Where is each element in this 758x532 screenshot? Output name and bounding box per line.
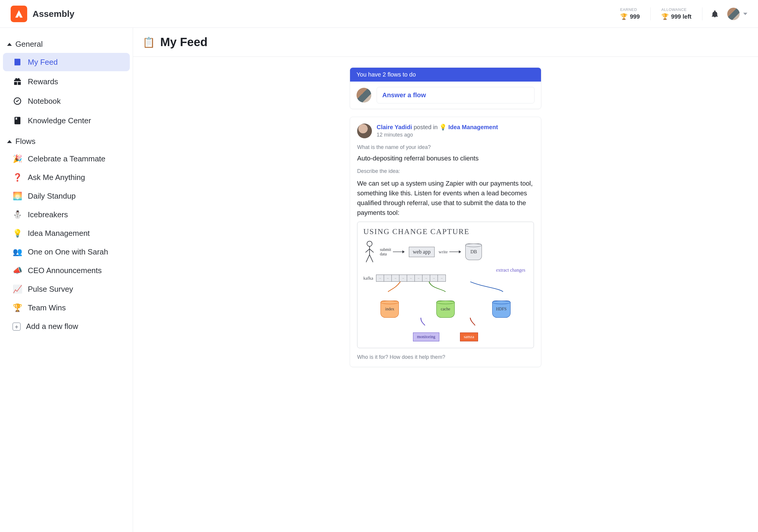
sidebar-item-notebook[interactable]: Notebook	[3, 92, 130, 110]
brand-name: Assembly	[33, 9, 75, 19]
sidebar: General My Feed Rewards Notebook Knowled	[0, 28, 133, 532]
diagram-node-samza: samza	[460, 333, 478, 341]
diagram-kafka-partitions: ~~~~~~~~~	[376, 275, 446, 282]
section-label: General	[16, 40, 43, 49]
notifications-button[interactable]	[711, 10, 719, 18]
topbar: Assembly EARNED 🏆 999 ALLOWANCE 🏆 999 le…	[0, 0, 758, 28]
flow-label: Daily Standup	[28, 191, 76, 201]
chevron-up-icon	[7, 43, 12, 46]
sidebar-flow-standup[interactable]: 🌅 Daily Standup	[3, 187, 130, 205]
svg-line-5	[369, 255, 373, 262]
sidebar-section-flows[interactable]: Flows	[0, 134, 133, 149]
diagram-label: extract changes	[363, 267, 525, 273]
flow-label: One on One with Sarah	[28, 248, 108, 256]
arrow-icon	[393, 250, 405, 254]
arrows-icon	[363, 318, 528, 326]
nav-label: My Feed	[28, 58, 58, 67]
page-title: My Feed	[160, 35, 208, 49]
flow-label: Idea Management	[28, 229, 90, 238]
sidebar-flow-team-wins[interactable]: 🏆 Team Wins	[3, 299, 130, 316]
flow-label: Ask Me Anything	[28, 173, 85, 182]
sidebar-section-general[interactable]: General	[0, 37, 133, 52]
sidebar-flow-pulse-survey[interactable]: 📈 Pulse Survey	[3, 281, 130, 298]
diagram-node-index: index	[380, 301, 399, 318]
brand: Assembly	[11, 6, 75, 22]
snowman-icon: ⛄	[13, 210, 22, 219]
diagram-label: write	[439, 249, 448, 254]
party-icon: 🎉	[13, 154, 22, 163]
sidebar-flow-one-on-one[interactable]: 👥 One on One with Sarah	[3, 243, 130, 261]
brand-logo-icon	[11, 6, 27, 22]
timestamp: 12 minutes ago	[377, 132, 498, 138]
flow-label: Icebreakers	[28, 210, 68, 219]
stick-figure-icon	[363, 240, 376, 263]
arrow-icon	[449, 250, 461, 254]
svg-line-2	[365, 249, 369, 252]
chevron-down-icon	[743, 13, 747, 15]
megaphone-icon: 📣	[13, 266, 22, 275]
page-header: 📋 My Feed	[133, 28, 758, 57]
bulb-icon: 💡	[13, 229, 22, 238]
flow-label: Pulse Survey	[28, 284, 73, 294]
svg-marker-9	[459, 250, 461, 253]
avatar	[727, 8, 740, 20]
svg-marker-7	[402, 250, 405, 253]
answer-flow-button[interactable]: Answer a flow	[377, 87, 534, 103]
chart-icon: 📈	[13, 284, 22, 294]
allowance-value: 999 left	[671, 13, 692, 20]
flow-label: CEO Announcements	[28, 266, 102, 275]
diagram-node-cache: cache	[436, 301, 455, 318]
sidebar-item-my-feed[interactable]: My Feed	[3, 53, 130, 71]
sidebar-flow-icebreakers[interactable]: ⛄ Icebreakers	[3, 206, 130, 223]
diagram-title: USING CHANGE CAPTURE	[363, 227, 528, 236]
embedded-diagram: USING CHANGE CAPTURE submit	[357, 222, 534, 348]
allowance-label: ALLOWANCE	[661, 7, 687, 12]
bulb-icon: 💡	[439, 124, 447, 130]
trophy-icon: 🏆	[661, 13, 669, 20]
sidebar-flow-ama[interactable]: ❓ Ask Me Anything	[3, 169, 130, 186]
earned-label: EARNED	[620, 7, 637, 12]
diagram-node-monitoring: monitoring	[413, 333, 439, 341]
sidebar-flow-ceo-announcements[interactable]: 📣 CEO Announcements	[3, 262, 130, 279]
flow-link[interactable]: Idea Management	[448, 124, 498, 130]
flow-label: Celebrate a Teammate	[28, 154, 106, 163]
post-meta: Claire Yadidi posted in 💡 Idea Managemen…	[377, 123, 498, 131]
question-icon: ❓	[13, 173, 22, 182]
question-label: Describe the idea:	[357, 168, 534, 174]
avatar	[357, 88, 371, 103]
todo-card: You have 2 flows to do Answer a flow	[350, 67, 541, 109]
sidebar-flow-celebrate[interactable]: 🎉 Celebrate a Teammate	[3, 150, 130, 168]
main: 📋 My Feed You have 2 flows to do Answer …	[133, 28, 758, 532]
sunrise-icon: 🌅	[13, 191, 22, 201]
author-link[interactable]: Claire Yadidi	[377, 124, 412, 130]
arrows-icon	[363, 282, 528, 292]
question-answer: We can set up a system using Zapier with…	[357, 179, 534, 217]
sidebar-item-rewards[interactable]: Rewards	[3, 72, 130, 91]
nav-label: Rewards	[28, 77, 58, 86]
chevron-up-icon	[7, 140, 12, 143]
add-flow-label: Add a new flow	[26, 322, 78, 331]
diagram-label: submit	[380, 248, 391, 252]
profile-menu[interactable]	[727, 8, 747, 20]
earned-value: 999	[630, 13, 640, 20]
feed-icon	[13, 57, 22, 67]
svg-line-3	[369, 249, 374, 252]
allowance-stat: ALLOWANCE 🏆 999 left	[659, 7, 694, 20]
divider	[650, 7, 651, 20]
nav-label: Notebook	[28, 97, 61, 106]
topbar-right: EARNED 🏆 999 ALLOWANCE 🏆 999 left	[618, 7, 747, 20]
post-card: Claire Yadidi posted in 💡 Idea Managemen…	[350, 117, 541, 367]
plus-icon: ＋	[13, 322, 21, 331]
add-flow-button[interactable]: ＋ Add a new flow	[3, 318, 130, 335]
svg-point-0	[367, 241, 372, 247]
sidebar-flow-idea-management[interactable]: 💡 Idea Management	[3, 225, 130, 242]
sidebar-item-knowledge-center[interactable]: Knowledge Center	[3, 112, 130, 130]
check-circle-icon	[13, 96, 22, 106]
posted-in-text: posted in	[412, 124, 439, 130]
section-label: Flows	[16, 137, 35, 146]
diagram-node-hdfs: HDFS	[492, 301, 510, 318]
nav-label: Knowledge Center	[28, 116, 91, 125]
svg-line-4	[366, 255, 369, 262]
diagram-label: data	[380, 252, 391, 256]
people-icon: 👥	[13, 248, 22, 256]
